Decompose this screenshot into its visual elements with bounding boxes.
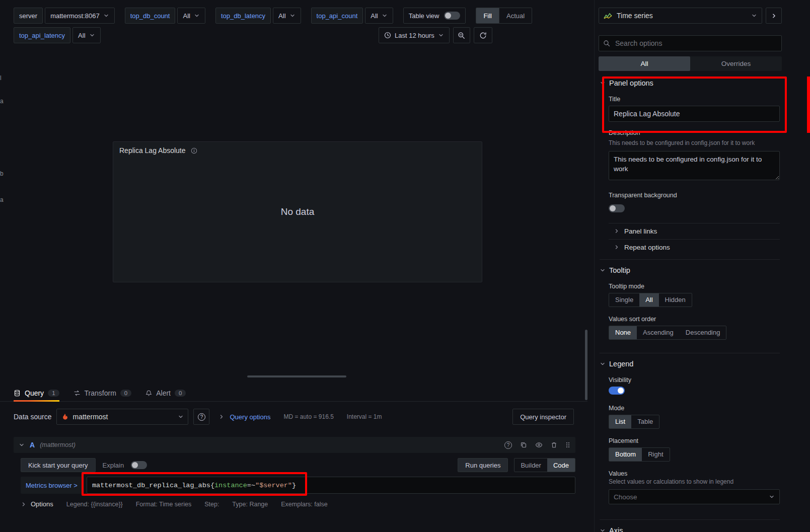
actual-option[interactable]: Actual [499,8,532,23]
metrics-browser-link[interactable]: Metrics browser > [21,477,83,494]
datasource-picker[interactable]: mattermost [56,409,188,425]
legend-summary: Legend: {{instance}} [66,501,123,508]
variable-top-api-count-label: top_api_count [311,8,363,24]
code-option[interactable]: Code [547,459,575,472]
tooltip-section: Tooltip Tooltip mode Single All Hidden V… [609,259,780,340]
variable-top-db-latency-value-dropdown[interactable]: All [273,8,301,24]
clipped-edge-text: a [0,98,4,105]
chevron-down-icon [194,13,200,19]
variable-server-value-dropdown[interactable]: mattermost:8067 [45,8,115,24]
tooltip-section-header[interactable]: Tooltip [600,259,780,275]
panel-resize-handle[interactable] [247,375,346,377]
step-summary: Step: [204,501,219,508]
chevron-down-icon [178,414,184,420]
options-expander[interactable]: Options [21,500,53,508]
refresh-button[interactable] [474,27,492,43]
variable-top-api-latency-label: top_api_latency [14,27,70,43]
zoom-out-button[interactable] [453,27,470,43]
options-pane: Panel options Title Description This nee… [609,71,780,532]
axis-section-header[interactable]: Axis [600,519,780,532]
chevron-down-icon [438,32,444,38]
tooltip-mode-hidden[interactable]: Hidden [659,293,692,307]
options-search [599,35,782,51]
sort-none[interactable]: None [609,326,637,339]
tab-alert[interactable]: Alert 0 [145,385,186,401]
query-toolbar: Kick start your query Explain Run querie… [21,458,575,472]
panel-links-expander[interactable]: Panel links [609,223,780,239]
alert-count-badge: 0 [175,390,186,397]
type-summary: Type: Range [232,501,268,508]
search-options-input[interactable] [599,35,782,51]
builder-option[interactable]: Builder [514,459,547,472]
duplicate-query-icon[interactable] [520,441,527,448]
visualization-picker[interactable]: Time series [599,8,762,24]
run-queries-button[interactable]: Run queries [458,458,508,472]
chevron-down-icon [751,13,757,19]
time-range-picker[interactable]: Last 12 hours [379,27,450,43]
variable-top-db-count-value-dropdown[interactable]: All [177,8,205,24]
repeat-options-expander[interactable]: Repeat options [609,239,780,255]
variable-server: server mattermost:8067 [14,8,115,24]
query-datasource-hint: (mattermost) [40,441,76,448]
explain-toggle[interactable] [131,461,147,469]
tab-query[interactable]: Query 1 [14,385,59,401]
query-row-actions: ? [504,441,570,449]
clipped-edge-text: b [0,170,4,177]
transform-count-badge: 0 [120,390,131,397]
panel-options-sidebar: Time series All Overrides Panel options … [594,0,810,532]
legend-mode-table[interactable]: Table [631,415,659,428]
kick-start-button[interactable]: Kick start your query [21,458,96,472]
tooltip-mode-all[interactable]: All [639,293,658,307]
legend-section: Legend Visibility Mode List Table Placem… [609,353,780,505]
legend-values-hint: Select values or calculations to show in… [609,478,780,486]
sort-descending[interactable]: Descending [680,326,726,339]
query-row-header[interactable]: A (mattermost) ? [14,437,575,453]
legend-placement-right[interactable]: Right [642,448,669,461]
tab-all[interactable]: All [599,56,690,71]
clipped-edge-text: a [0,196,4,203]
toggle-visibility-icon[interactable] [535,441,543,448]
legend-mode-list[interactable]: List [609,415,631,428]
sort-ascending[interactable]: Ascending [637,326,680,339]
tooltip-mode-single[interactable]: Single [609,293,639,307]
panel-options-header[interactable]: Panel options [600,71,780,88]
panel-description-textarea[interactable]: This needs to be configured in config.js… [609,151,780,180]
clipped-edge-text: l [0,74,4,82]
description-hint: This needs to be configured in config.js… [609,139,780,147]
format-summary: Format: Time series [136,501,191,508]
query-editor-section: Query 1 Transform 0 Alert 0 Data source … [0,385,587,508]
query-input-row: Metrics browser > mattermost_db_replica_… [21,477,575,494]
table-view-toggle-group: Table view [403,8,466,24]
drag-handle-icon[interactable] [565,441,570,448]
panel-preview[interactable]: Replica Lag Absolute No data [113,141,482,282]
tab-transform[interactable]: Transform 0 [73,385,132,401]
panel-title-input[interactable] [609,106,780,122]
query-inspector-button[interactable]: Query inspector [512,409,574,425]
datasource-help-button[interactable]: ? [193,409,209,425]
legend-values-label: Values [609,470,780,477]
promql-query-input[interactable]: mattermost_db_replica_lag_abs{instance=~… [87,477,575,494]
chevron-down-icon[interactable] [19,442,25,448]
legend-section-header[interactable]: Legend [600,353,780,369]
editor-tabs: Query 1 Transform 0 Alert 0 [0,385,587,402]
transform-icon [73,390,81,397]
variable-top-api-count-value-dropdown[interactable]: All [365,8,393,24]
variable-top-api-latency: top_api_latency All [14,27,101,43]
transparent-background-toggle[interactable] [609,204,625,212]
tab-overrides[interactable]: Overrides [690,56,782,71]
options-filter-tabs: All Overrides [599,56,782,71]
time-controls: Last 12 hours [379,27,492,43]
query-help-icon[interactable]: ? [504,441,512,449]
legend-visibility-toggle[interactable] [609,387,625,395]
legend-values-select[interactable]: Choose [609,489,780,504]
table-view-toggle[interactable] [444,12,460,20]
variable-top-api-latency-value-dropdown[interactable]: All [72,27,100,43]
query-options-toggle[interactable]: Query options MD = auto = 916.5 Interval… [218,413,382,421]
delete-query-icon[interactable] [551,441,557,448]
collapse-sidebar-button[interactable] [766,8,782,24]
chevron-right-icon [21,501,27,507]
fill-option[interactable]: Fill [476,8,499,23]
tooltip-mode-label: Tooltip mode [609,283,780,290]
legend-placement-bottom[interactable]: Bottom [609,448,642,461]
variable-top-db-latency: top_db_latency All [215,8,301,24]
